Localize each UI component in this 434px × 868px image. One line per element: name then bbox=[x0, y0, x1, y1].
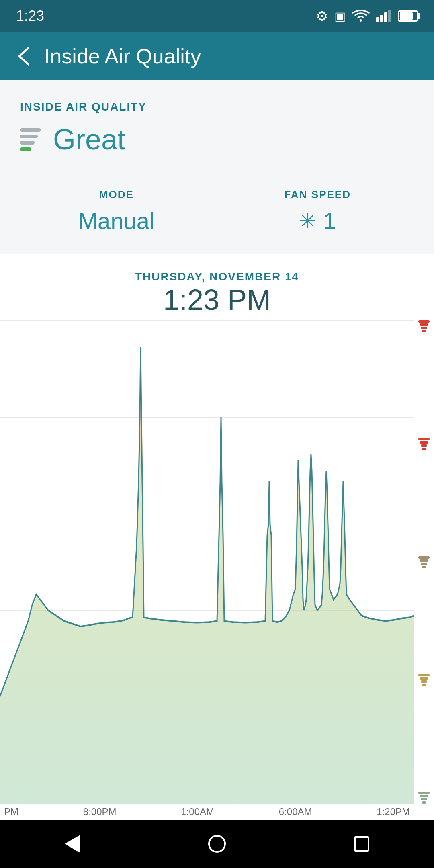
section-label: INSIDE AIR QUALITY bbox=[20, 100, 414, 113]
signal-icon bbox=[376, 10, 391, 22]
y-axis-indicators bbox=[414, 320, 434, 804]
svg-rect-3 bbox=[388, 10, 391, 22]
x-label-0: PM bbox=[4, 806, 18, 817]
x-label-1: 8:00PM bbox=[83, 806, 117, 817]
air-quality-row: Great bbox=[20, 123, 414, 156]
mode-section: MODE Manual bbox=[20, 184, 213, 238]
vertical-divider bbox=[217, 184, 217, 238]
aq-stripe-4 bbox=[20, 147, 31, 151]
chart-date: THURSDAY, NOVEMBER 14 bbox=[135, 270, 299, 283]
y-indicator-3 bbox=[416, 556, 432, 568]
back-button[interactable] bbox=[16, 46, 32, 66]
x-label-4: 1:20PM bbox=[377, 806, 410, 817]
nav-back-button[interactable] bbox=[56, 828, 88, 860]
status-time: 1:23 bbox=[16, 8, 44, 25]
mode-value: Manual bbox=[78, 207, 155, 234]
air-quality-meter-icon bbox=[20, 128, 41, 151]
nav-home-icon bbox=[208, 835, 226, 853]
aq-stripe-2 bbox=[20, 135, 38, 138]
fan-speed-value: 1 bbox=[323, 207, 336, 234]
nav-back-icon bbox=[65, 835, 80, 853]
settings-icon: ⚙ bbox=[316, 8, 328, 24]
page-title: Inside Air Quality bbox=[44, 44, 201, 68]
air-quality-value: Great bbox=[53, 123, 125, 156]
fan-icon: ✳ bbox=[299, 209, 317, 233]
top-card: INSIDE AIR QUALITY Great MODE Manual FAN… bbox=[0, 80, 434, 254]
aq-stripe-3 bbox=[20, 141, 35, 145]
fan-speed-label: FAN SPEED bbox=[285, 188, 351, 201]
content-area: INSIDE AIR QUALITY Great MODE Manual FAN… bbox=[0, 80, 434, 820]
mode-label: MODE bbox=[99, 188, 134, 201]
air-quality-chart bbox=[0, 320, 414, 804]
svg-rect-1 bbox=[380, 15, 383, 22]
fan-speed-value-row: ✳ 1 bbox=[299, 207, 336, 234]
chart-section: THURSDAY, NOVEMBER 14 1:23 PM bbox=[0, 254, 434, 820]
svg-rect-2 bbox=[384, 12, 387, 22]
aq-stripe-1 bbox=[20, 128, 41, 132]
wifi-icon bbox=[352, 10, 370, 23]
x-axis: PM 8:00PM 1:00AM 6:00AM 1:20PM bbox=[0, 804, 414, 820]
svg-rect-0 bbox=[376, 17, 379, 22]
status-bar: 1:23 ⚙ ▣ bbox=[0, 0, 434, 32]
app-bar: Inside Air Quality bbox=[0, 32, 434, 80]
nav-bar bbox=[0, 820, 434, 868]
y-indicator-1 bbox=[416, 320, 432, 332]
battery-icon bbox=[398, 10, 418, 22]
nav-recents-button[interactable] bbox=[346, 828, 378, 860]
y-indicator-4 bbox=[416, 674, 432, 686]
chart-time: 1:23 PM bbox=[163, 283, 271, 316]
sim-icon: ▣ bbox=[334, 9, 346, 23]
mode-fan-row: MODE Manual FAN SPEED ✳ 1 bbox=[20, 172, 414, 238]
nav-home-button[interactable] bbox=[201, 828, 233, 860]
chart-wrapper: PM 8:00PM 1:00AM 6:00AM 1:20PM bbox=[0, 320, 434, 820]
chart-header: THURSDAY, NOVEMBER 14 1:23 PM bbox=[0, 254, 434, 320]
y-indicator-5 bbox=[416, 792, 432, 804]
status-icons: ⚙ ▣ bbox=[316, 8, 418, 24]
x-label-3: 6:00AM bbox=[279, 806, 312, 817]
fan-speed-section: FAN SPEED ✳ 1 bbox=[221, 184, 414, 238]
nav-recents-icon bbox=[354, 836, 369, 852]
y-indicator-2 bbox=[416, 438, 432, 450]
x-label-2: 1:00AM bbox=[181, 806, 214, 817]
